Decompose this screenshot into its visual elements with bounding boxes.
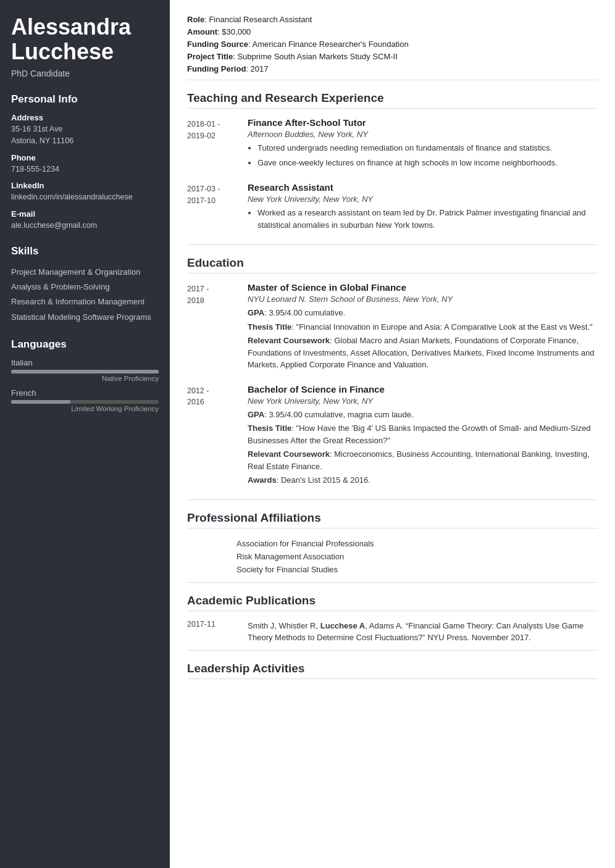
divider-2 bbox=[187, 244, 598, 245]
divider-3 bbox=[187, 499, 598, 500]
skill-item: Project Management & Organization bbox=[11, 265, 159, 280]
edu-awards: Awards: Dean's List 2015 & 2016. bbox=[248, 474, 598, 486]
exp-title: Research Assistant bbox=[248, 182, 598, 193]
address-line2: Astoria, NY 11106 bbox=[11, 135, 159, 147]
language-name: French bbox=[11, 388, 159, 398]
candidate-name: Alessandra Lucchese bbox=[11, 15, 159, 64]
edu-gpa: GPA: 3.95/4.00 cumulative, magna cum lau… bbox=[248, 409, 598, 421]
affiliations-list: Association for Financial ProfessionalsR… bbox=[187, 537, 598, 576]
phone-value: 718-555-1234 bbox=[11, 164, 159, 175]
language-bar-bg bbox=[11, 400, 159, 404]
publications-container: 2017-11Smith J, Whistler R, Lucchese A, … bbox=[187, 620, 598, 644]
exp-content: Finance After-School TutorAfternoon Budd… bbox=[248, 117, 598, 171]
edu-coursework: Relevant Coursework: Global Macro and As… bbox=[248, 335, 598, 371]
language-bar-fill bbox=[11, 370, 159, 373]
publication-entry: 2017-11Smith J, Whistler R, Lucchese A, … bbox=[187, 620, 598, 644]
candidate-title: PhD Candidate bbox=[11, 69, 159, 78]
languages-container: ItalianNative ProficiencyFrenchLimited W… bbox=[11, 358, 159, 412]
exp-bullets: Tutored undergrads needing remediation o… bbox=[248, 142, 598, 169]
language-proficiency: Native Proficiency bbox=[11, 375, 159, 382]
teaching-entry: 2018-01 -2019-02Finance After-School Tut… bbox=[187, 117, 598, 171]
languages-heading: Languages bbox=[11, 338, 159, 351]
skills-heading: Skills bbox=[11, 245, 159, 257]
exp-content: Research AssistantNew York University, N… bbox=[248, 182, 598, 233]
phone-label: Phone bbox=[11, 153, 159, 162]
education-entry: 2017 -2018Master of Science in Global Fi… bbox=[187, 282, 598, 373]
affiliations-section-title: Professional Affiliations bbox=[187, 511, 598, 528]
edu-coursework: Relevant Coursework: Microeconomics, Bus… bbox=[248, 448, 598, 472]
edu-gpa: GPA: 3.95/4.00 cumulative. bbox=[248, 307, 598, 319]
exp-date: 2017-03 -2017-10 bbox=[187, 182, 236, 233]
linkedin-value: linkedin.com/in/alessandralucchese bbox=[11, 191, 159, 203]
edu-thesis: Thesis Title: "How Have the 'Big 4' US B… bbox=[248, 422, 598, 446]
language-entry: FrenchLimited Working Proficiency bbox=[11, 388, 159, 412]
edu-title: Master of Science in Global Finance bbox=[248, 282, 598, 293]
linkedin-label: LinkedIn bbox=[11, 181, 159, 190]
funding-amount: Amount: $30,000 bbox=[187, 27, 598, 36]
education-entry: 2012 -2016Bachelor of Science in Finance… bbox=[187, 384, 598, 488]
edu-date: 2012 -2016 bbox=[187, 384, 236, 488]
divider-5 bbox=[187, 650, 598, 651]
exp-org: Afternoon Buddies, New York, NY bbox=[248, 130, 598, 139]
language-bar-bg bbox=[11, 370, 159, 373]
funding-source: Funding Source: American Finance Researc… bbox=[187, 40, 598, 49]
teaching-entry: 2017-03 -2017-10Research AssistantNew Yo… bbox=[187, 182, 598, 233]
sidebar: Alessandra Lucchese PhD Candidate Person… bbox=[0, 0, 170, 868]
exp-bullet: Tutored undergrads needing remediation o… bbox=[257, 142, 598, 154]
language-name: Italian bbox=[11, 358, 159, 367]
teaching-container: 2018-01 -2019-02Finance After-School Tut… bbox=[187, 117, 598, 233]
affiliation-item: Association for Financial Professionals bbox=[236, 537, 598, 550]
pub-date: 2017-11 bbox=[187, 620, 236, 644]
exp-date: 2018-01 -2019-02 bbox=[187, 117, 236, 171]
edu-date: 2017 -2018 bbox=[187, 282, 236, 373]
funding-info: Role: Financial Research Assistant Amoun… bbox=[187, 15, 598, 73]
divider-4 bbox=[187, 582, 598, 583]
email-label: E-mail bbox=[11, 209, 159, 219]
address-line1: 35-16 31st Ave bbox=[11, 123, 159, 135]
affiliation-item: Risk Management Association bbox=[236, 550, 598, 563]
exp-title: Finance After-School Tutor bbox=[248, 117, 598, 128]
skill-item: Statistical Modeling Software Programs bbox=[11, 310, 159, 325]
pub-text: Smith J, Whistler R, Lucchese A, Adams A… bbox=[248, 620, 598, 644]
edu-content: Master of Science in Global FinanceNYU L… bbox=[248, 282, 598, 373]
skill-item: Analysis & Problem-Solving bbox=[11, 280, 159, 294]
affiliation-item: Society for Financial Studies bbox=[236, 563, 598, 576]
funding-role: Role: Financial Research Assistant bbox=[187, 15, 598, 24]
language-proficiency: Limited Working Proficiency bbox=[11, 405, 159, 412]
edu-org: New York University, New York, NY bbox=[248, 396, 598, 406]
exp-org: New York University, New York, NY bbox=[248, 194, 598, 204]
leadership-section-title: Leadership Activities bbox=[187, 662, 598, 679]
publications-section-title: Academic Publications bbox=[187, 594, 598, 611]
edu-org: NYU Leonard N. Stern School of Business,… bbox=[248, 294, 598, 304]
language-bar-fill bbox=[11, 400, 70, 404]
edu-content: Bachelor of Science in FinanceNew York U… bbox=[248, 384, 598, 488]
education-section-title: Education bbox=[187, 256, 598, 273]
email-value: ale.lucchese@gmail.com bbox=[11, 220, 159, 232]
exp-bullet: Gave once-weekly lectures on finance at … bbox=[257, 157, 598, 169]
funding-project-title: Project Title: Subprime South Asian Mark… bbox=[187, 52, 598, 61]
divider-1 bbox=[187, 80, 598, 80]
exp-bullet: Worked as a research assistant on team l… bbox=[257, 207, 598, 231]
education-container: 2017 -2018Master of Science in Global Fi… bbox=[187, 282, 598, 488]
edu-title: Bachelor of Science in Finance bbox=[248, 384, 598, 394]
address-label: Address bbox=[11, 113, 159, 122]
teaching-section-title: Teaching and Research Experience bbox=[187, 91, 598, 109]
language-entry: ItalianNative Proficiency bbox=[11, 358, 159, 382]
personal-info-heading: Personal Info bbox=[11, 93, 159, 106]
edu-thesis: Thesis Title: "Financial Innovation in E… bbox=[248, 321, 598, 333]
exp-bullets: Worked as a research assistant on team l… bbox=[248, 207, 598, 231]
skills-list: Project Management & OrganizationAnalysi… bbox=[11, 265, 159, 325]
funding-period: Funding Period: 2017 bbox=[187, 64, 598, 73]
skill-item: Research & Information Management bbox=[11, 294, 159, 309]
main-content: Role: Financial Research Assistant Amoun… bbox=[170, 0, 615, 868]
